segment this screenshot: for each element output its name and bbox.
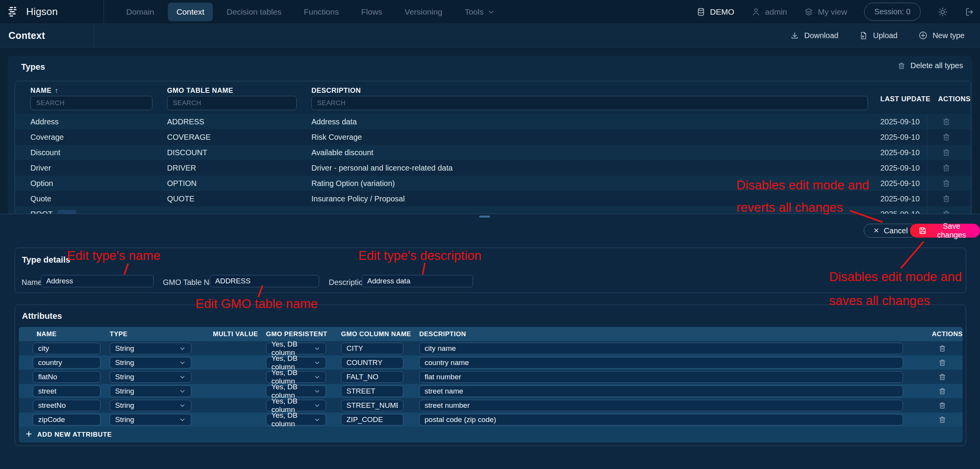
upload-button[interactable]: Upload bbox=[859, 31, 897, 40]
attr-col-type[interactable]: TYPE bbox=[110, 330, 127, 338]
gmo-table-name-input[interactable] bbox=[210, 275, 319, 287]
attr-gmo-column-input[interactable] bbox=[341, 400, 403, 411]
attr-type-select[interactable]: String bbox=[110, 400, 191, 411]
attr-gmo-column-input[interactable] bbox=[341, 357, 403, 368]
attr-gmo-persistent-select[interactable]: Yes, DB column bbox=[266, 357, 326, 368]
save-changes-button[interactable]: Save changes bbox=[910, 224, 980, 238]
attr-gmo-persistent-select[interactable]: Yes, DB column bbox=[266, 343, 326, 354]
layers-icon bbox=[804, 7, 813, 17]
environment-selector[interactable]: DEMO bbox=[696, 7, 734, 17]
type-details-title: Type details bbox=[22, 255, 70, 265]
delete-attribute-button[interactable] bbox=[938, 344, 947, 353]
type-description-input[interactable] bbox=[362, 275, 473, 287]
page-title-box: Context bbox=[0, 24, 94, 47]
chevron-down-icon bbox=[314, 416, 321, 423]
logout-button[interactable] bbox=[965, 7, 975, 17]
attributes-card: Attributes NAME↑ TYPE MULTI VALUE GMO PE… bbox=[15, 305, 966, 446]
attr-type-select[interactable]: String bbox=[110, 414, 191, 425]
attr-type-select[interactable]: String bbox=[110, 385, 191, 397]
new-type-button[interactable]: New type bbox=[918, 31, 965, 40]
page-header: Context Download Upload bbox=[0, 24, 980, 47]
attr-name-input[interactable] bbox=[33, 414, 100, 425]
chevron-down-icon bbox=[179, 345, 186, 352]
delete-type-button[interactable] bbox=[942, 117, 951, 126]
nav-item-flows[interactable]: Flows bbox=[353, 3, 391, 21]
attr-description-input[interactable] bbox=[419, 357, 903, 368]
attr-gmo-column-input[interactable] bbox=[341, 371, 403, 383]
user-menu[interactable]: admin bbox=[751, 7, 787, 17]
types-col-gmo[interactable]: GMO TABLE NAME bbox=[167, 87, 233, 95]
nav-item-domain[interactable]: Domain bbox=[118, 3, 162, 21]
attr-name-input[interactable] bbox=[33, 343, 100, 354]
types-col-name[interactable]: NAME↑ bbox=[30, 87, 59, 95]
type-row-discount[interactable]: Discount DISCOUNT Available discount 202… bbox=[15, 145, 971, 160]
types-description-search-input[interactable] bbox=[311, 96, 868, 110]
cancel-button[interactable]: ✕ Cancel bbox=[864, 224, 917, 238]
attr-gmo-persistent-select[interactable]: Yes, DB column bbox=[266, 371, 326, 383]
attr-gmo-column-input[interactable] bbox=[341, 343, 403, 354]
navbar-right: DEMO admin My view Session: 0 bbox=[696, 3, 980, 21]
attr-description-input[interactable] bbox=[419, 371, 903, 383]
attr-gmo-column-input[interactable] bbox=[341, 385, 403, 397]
delete-attribute-button[interactable] bbox=[938, 401, 947, 410]
type-name-input[interactable] bbox=[41, 275, 154, 287]
delete-attribute-button[interactable] bbox=[938, 358, 947, 367]
attr-gmo-persistent-select[interactable]: Yes, DB column bbox=[266, 400, 326, 411]
types-name-search-input[interactable] bbox=[30, 96, 152, 110]
attr-name-input[interactable] bbox=[33, 400, 100, 411]
attr-col-gmo-persistent[interactable]: GMO PERSISTENT bbox=[266, 330, 327, 338]
type-row-address[interactable]: Address ADDRESS Address data 2025-09-10 bbox=[15, 114, 971, 129]
session-badge[interactable]: Session: 0 bbox=[864, 3, 921, 21]
panel-resize-handle[interactable] bbox=[479, 216, 490, 218]
attr-name-input[interactable] bbox=[33, 385, 100, 397]
chevron-down-icon bbox=[314, 345, 321, 352]
delete-type-button[interactable] bbox=[942, 148, 951, 157]
attr-name-input[interactable] bbox=[33, 357, 100, 368]
attr-gmo-persistent-select[interactable]: Yes, DB column bbox=[266, 385, 326, 397]
attr-col-gmo-column-name[interactable]: GMO COLUMN NAME bbox=[341, 330, 411, 338]
attr-type-select[interactable]: String bbox=[110, 357, 191, 368]
trash-icon bbox=[897, 62, 906, 70]
attr-type-select[interactable]: String bbox=[110, 371, 191, 383]
attr-description-input[interactable] bbox=[419, 414, 903, 425]
attr-description-input[interactable] bbox=[419, 343, 903, 354]
delete-type-button[interactable] bbox=[942, 210, 951, 214]
attr-gmo-persistent-select[interactable]: Yes, DB column bbox=[266, 414, 326, 425]
my-view-menu[interactable]: My view bbox=[804, 7, 847, 17]
delete-attribute-button[interactable] bbox=[938, 415, 947, 424]
download-button[interactable]: Download bbox=[790, 31, 838, 40]
delete-all-types-button[interactable]: Delete all types bbox=[897, 61, 963, 70]
add-new-attribute-button[interactable]: + ADD NEW ATTRIBUTE bbox=[19, 427, 963, 442]
attr-col-description[interactable]: DESCRIPTION bbox=[419, 330, 466, 338]
nav-item-versioning[interactable]: Versioning bbox=[396, 3, 451, 21]
attr-description-input[interactable] bbox=[419, 385, 903, 397]
delete-type-button[interactable] bbox=[942, 133, 951, 142]
nav-item-decision-tables[interactable]: Decision tables bbox=[218, 3, 290, 21]
nav-item-functions[interactable]: Functions bbox=[295, 3, 347, 21]
delete-attribute-button[interactable] bbox=[938, 387, 947, 395]
root-row-badge: ···· bbox=[57, 210, 76, 214]
delete-type-button[interactable] bbox=[942, 194, 951, 203]
delete-type-button[interactable] bbox=[942, 164, 951, 173]
main-menu: Domain Context Decision tables Functions… bbox=[118, 3, 503, 21]
chevron-down-icon bbox=[179, 374, 186, 380]
page-actions: Download Upload New type bbox=[790, 31, 980, 40]
type-row-driver[interactable]: Driver DRIVER Driver - personal and lice… bbox=[15, 160, 971, 176]
attr-type-select[interactable]: String bbox=[110, 343, 191, 354]
brand[interactable]: Higson bbox=[0, 0, 104, 23]
delete-attribute-button[interactable] bbox=[938, 373, 947, 381]
attr-description-input[interactable] bbox=[419, 400, 903, 411]
attr-col-actions: ACTIONS bbox=[932, 330, 963, 338]
types-gmo-search-input[interactable] bbox=[167, 96, 297, 110]
chevron-down-icon bbox=[179, 416, 186, 423]
type-row-coverage[interactable]: Coverage COVERAGE Risk Coverage 2025-09-… bbox=[15, 129, 971, 145]
types-col-description[interactable]: DESCRIPTION bbox=[311, 87, 361, 95]
delete-type-button[interactable] bbox=[942, 179, 951, 188]
attr-col-multi-value[interactable]: MULTI VALUE bbox=[213, 330, 258, 338]
nav-item-context[interactable]: Context bbox=[168, 3, 212, 21]
theme-toggle-button[interactable] bbox=[938, 7, 948, 17]
attr-name-input[interactable] bbox=[33, 371, 100, 383]
types-col-actions: ACTIONS bbox=[938, 95, 971, 103]
nav-item-tools[interactable]: Tools bbox=[456, 3, 503, 21]
attr-gmo-column-input[interactable] bbox=[341, 414, 403, 425]
